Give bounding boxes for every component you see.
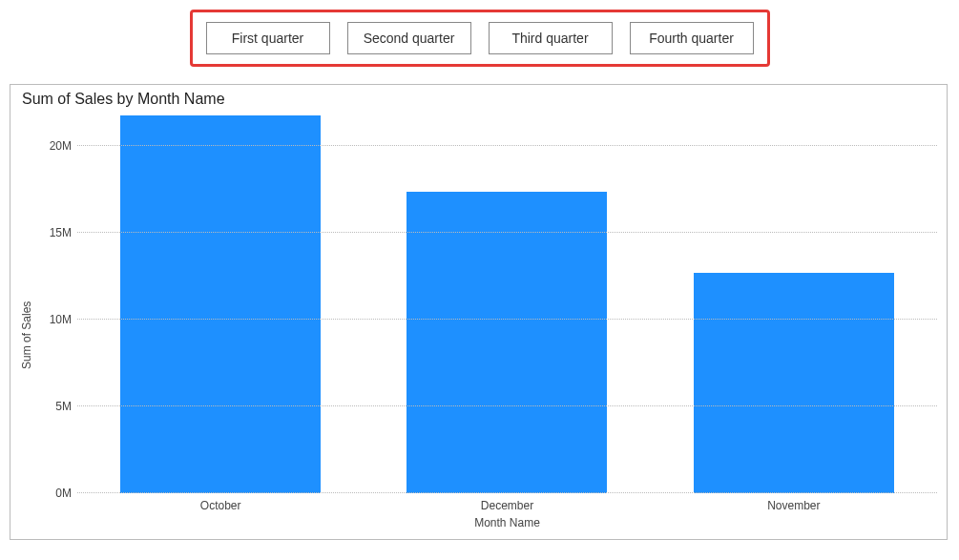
x-axis-label: Month Name	[77, 516, 937, 529]
x-axis-ticks: OctoberDecemberNovember	[77, 499, 937, 512]
y-tick-label: 0M	[55, 487, 72, 500]
y-tick-label: 15M	[50, 226, 72, 239]
gridline	[77, 492, 937, 493]
bar[interactable]	[120, 115, 321, 493]
y-axis-label: Sum of Sales	[20, 112, 35, 529]
bar[interactable]	[694, 273, 894, 493]
slicer-button-q1[interactable]: First quarter	[206, 22, 330, 54]
bars-container	[77, 112, 937, 493]
y-tick-label: 10M	[50, 313, 72, 326]
chart-title: Sum of Sales by Month Name	[22, 91, 937, 108]
quarter-slicer-highlight: First quarter Second quarter Third quart…	[190, 10, 770, 67]
chart-card: Sum of Sales by Month Name Sum of Sales …	[10, 84, 948, 540]
slicer-button-q3[interactable]: Third quarter	[489, 22, 613, 54]
x-tick-label: October	[120, 499, 321, 512]
x-tick-label: November	[694, 499, 894, 512]
y-tick-label: 20M	[50, 139, 72, 153]
slicer-button-q4[interactable]: Fourth quarter	[630, 22, 754, 54]
bar[interactable]	[407, 192, 607, 493]
chart-body: Sum of Sales 0M5M10M15M20M OctoberDecemb…	[20, 112, 937, 529]
gridline	[77, 145, 937, 146]
plot-wrap: OctoberDecemberNovember Month Name	[77, 112, 937, 529]
gridline	[77, 405, 937, 406]
x-tick-label: December	[407, 499, 607, 512]
plot-area	[77, 112, 937, 493]
gridline	[77, 232, 937, 233]
gridline	[77, 319, 937, 320]
slicer-button-q2[interactable]: Second quarter	[347, 22, 471, 54]
y-axis: 0M5M10M15M20M	[35, 112, 77, 493]
y-tick-label: 5M	[55, 400, 72, 413]
